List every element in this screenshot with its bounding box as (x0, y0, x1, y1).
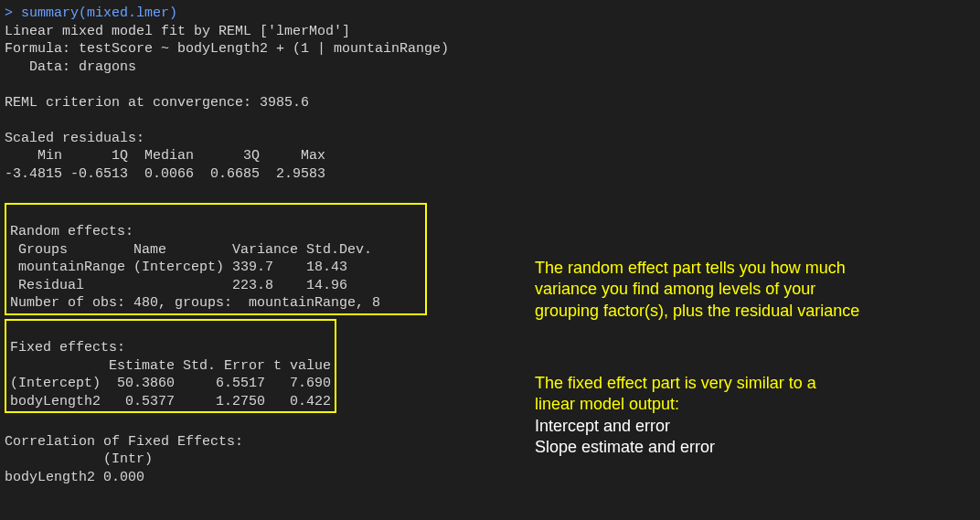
residuals-values: -3.4815 -0.6513 0.0066 0.6685 2.9583 (5, 165, 975, 184)
annotation-text: grouping factor(s), plus the residual va… (535, 301, 859, 322)
model-formula: Formula: testScore ~ bodyLength2 + (1 | … (5, 40, 975, 58)
model-data: Data: dragons (5, 58, 975, 77)
console-output: > summary(mixed.lmer) Linear mixed model… (5, 5, 975, 486)
annotation-text: The random effect part tells you how muc… (535, 258, 859, 279)
random-effects-line1: mountainRange (Intercept) 339.7 18.43 (10, 260, 347, 275)
random-effects-line2: Residual 223.8 14.96 (10, 278, 347, 293)
command-prompt: > summary(mixed.lmer) (5, 5, 975, 23)
fixed-effects-line2: bodyLength2 0.5377 1.2750 0.422 (10, 394, 331, 409)
reml-criterion: REML criterion at convergence: 3985.6 (5, 94, 975, 112)
random-effects-header: Groups Name Variance Std.Dev. (10, 242, 372, 258)
model-header-line1: Linear mixed model fit by REML ['lmerMod… (5, 23, 975, 41)
fixed-effects-line1: (Intercept) 50.3860 6.5517 7.690 (10, 376, 331, 391)
annotation-text: The fixed effect part is very similar to… (535, 373, 816, 394)
fixed-effects-header: Estimate Std. Error t value (10, 358, 331, 374)
blank-line (5, 415, 975, 433)
correlation-line1: bodyLength2 0.000 (5, 469, 975, 487)
random-effects-annotation: The random effect part tells you how muc… (535, 258, 859, 322)
annotation-text: linear model output: (535, 394, 816, 415)
blank-line (5, 76, 975, 94)
annotation-text: Slope estimate and error (535, 437, 816, 458)
annotation-text: variance you find among levels of your (535, 279, 859, 300)
blank-line (5, 111, 975, 130)
fixed-effects-annotation: The fixed effect part is very similar to… (535, 373, 816, 459)
correlation-header: (Intr) (5, 451, 975, 469)
residuals-title: Scaled residuals: (5, 130, 975, 148)
random-effects-obs: Number of obs: 480, groups: mountainRang… (10, 295, 380, 311)
correlation-title: Correlation of Fixed Effects: (5, 433, 975, 451)
blank-line (5, 183, 975, 201)
annotation-text: Intercept and error (535, 416, 816, 437)
fixed-effects-box: Fixed effects: Estimate Std. Error t val… (5, 319, 336, 414)
fixed-effects-title: Fixed effects: (10, 340, 125, 356)
random-effects-box: Random effects: Groups Name Variance Std… (5, 203, 427, 315)
residuals-header: Min 1Q Median 3Q Max (5, 147, 975, 165)
random-effects-title: Random effects: (10, 224, 133, 239)
